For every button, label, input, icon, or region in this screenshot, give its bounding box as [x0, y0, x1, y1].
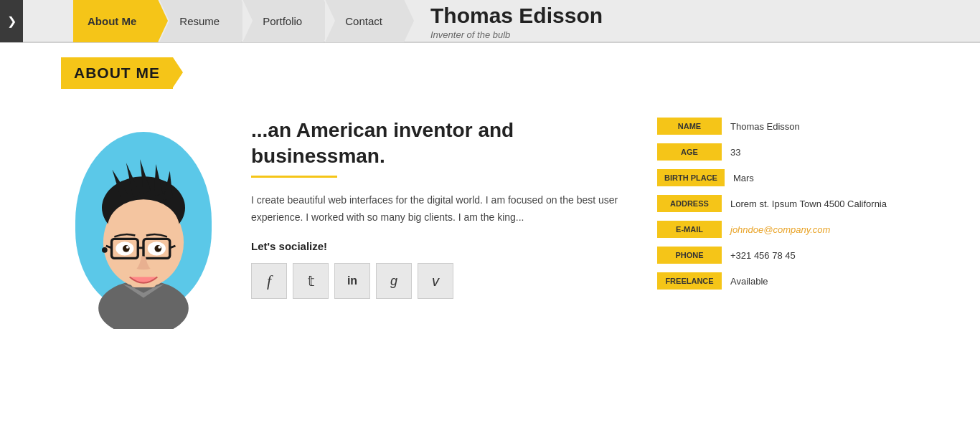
info-row-freelance: FREELANCE Available [657, 272, 915, 290]
info-label-name: NAME [657, 118, 722, 135]
nav-bar: ❯ About Me Resume Portfolio Contact Thom… [0, 0, 980, 43]
svg-point-0 [98, 280, 189, 329]
tab-portfolio[interactable]: Portfolio [242, 0, 324, 42]
content-area: ABOUT ME [0, 43, 980, 433]
tab-about[interactable]: About Me [73, 0, 158, 42]
info-label-birthplace: BIRTH PLACE [657, 169, 725, 186]
info-value-address: Lorem st. Ipsum Town 4500 California [722, 199, 887, 209]
info-label-phone: PHONE [657, 247, 722, 264]
tab-contact[interactable]: Contact [325, 0, 404, 42]
social-icon-twitter[interactable]: 𝕥 [293, 263, 329, 299]
facebook-icon: f [267, 272, 271, 290]
avatar-section [65, 110, 222, 340]
nav-tabs: About Me Resume Portfolio Contact [73, 0, 404, 42]
profile-subtitle: Inventer of the bulb [430, 29, 603, 40]
social-icon-vimeo[interactable]: v [418, 263, 453, 299]
info-value-age: 33 [722, 147, 740, 158]
socialize-label: Let's socialize! [251, 240, 628, 252]
info-value-freelance: Available [722, 276, 768, 287]
linkedin-icon: in [347, 274, 357, 287]
arrow-icon: ❯ [7, 14, 17, 28]
svg-point-19 [126, 246, 129, 249]
tab-contact-label: Contact [345, 15, 382, 27]
info-label-address: ADDRESS [657, 195, 722, 212]
main-content: ...an American inventor and businessman.… [0, 103, 980, 433]
info-value-email[interactable]: johndoe@company.com [722, 224, 830, 235]
about-text-section: ...an American inventor and businessman.… [251, 110, 628, 299]
info-row-birthplace: BIRTH PLACE Mars [657, 169, 915, 186]
tab-about-label: About Me [88, 15, 136, 27]
profile-name: Thomas Edisson [430, 4, 603, 28]
info-row-name: NAME Thomas Edisson [657, 118, 915, 135]
info-row-email: E-MAIL johndoe@company.com [657, 221, 915, 238]
info-value-name: Thomas Edisson [722, 121, 800, 132]
svg-point-21 [102, 247, 108, 253]
avatar [65, 110, 222, 340]
info-value-birthplace: Mars [725, 173, 754, 183]
info-row-age: AGE 33 [657, 143, 915, 161]
info-label-freelance: FREELANCE [657, 272, 722, 290]
google-icon: g [390, 274, 397, 289]
svg-point-17 [123, 245, 130, 252]
info-label-age: AGE [657, 143, 722, 161]
social-icons: f 𝕥 in g v [251, 263, 628, 299]
twitter-icon: 𝕥 [308, 272, 314, 290]
about-description: I create beautiful web interfaces for th… [251, 192, 628, 226]
social-icon-google[interactable]: g [376, 263, 412, 299]
svg-point-20 [158, 246, 161, 249]
social-icon-facebook[interactable]: f [251, 263, 287, 299]
nav-arrow[interactable]: ❯ [0, 0, 23, 42]
about-heading: ...an American inventor and businessman. [251, 118, 628, 170]
page: ❯ About Me Resume Portfolio Contact Thom… [0, 0, 980, 435]
info-row-address: ADDRESS Lorem st. Ipsum Town 4500 Califo… [657, 195, 915, 212]
section-title: ABOUT ME [61, 57, 173, 89]
vimeo-icon: v [432, 273, 439, 290]
info-value-phone: +321 456 78 45 [722, 250, 796, 261]
info-panel: NAME Thomas Edisson AGE 33 BIRTH PLACE M… [657, 110, 915, 298]
profile-header: Thomas Edisson Inventer of the bulb [430, 0, 603, 43]
tab-resume-label: Resume [179, 15, 220, 27]
svg-point-18 [154, 245, 161, 252]
avatar-image [72, 121, 215, 329]
about-underline [251, 176, 337, 178]
social-icon-linkedin[interactable]: in [334, 263, 370, 299]
section-banner: ABOUT ME [61, 57, 173, 89]
info-label-email: E-MAIL [657, 221, 722, 238]
tab-portfolio-label: Portfolio [263, 15, 302, 27]
info-row-phone: PHONE +321 456 78 45 [657, 247, 915, 264]
tab-resume[interactable]: Resume [159, 0, 241, 42]
